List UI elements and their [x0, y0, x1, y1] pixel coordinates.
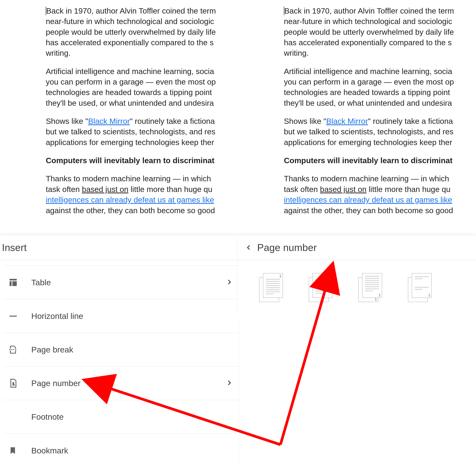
menu-item-table[interactable]: Table — [4, 266, 238, 299]
insert-menu-list: Table Horizontal line Page break 1 — [0, 266, 238, 467]
chevron-right-icon — [225, 278, 234, 287]
insert-menu-title: Insert — [2, 242, 27, 253]
doc-text: people would be utterly overwhelmed by d… — [46, 28, 216, 36]
document-preview-left: Back in 1970, author Alvin Toffler coine… — [0, 0, 238, 235]
menu-item-label: Horizontal line — [31, 312, 234, 321]
doc-text: applications for emerging technologies k… — [284, 138, 452, 147]
menu-spacer — [4, 260, 238, 266]
doc-text: task often — [46, 185, 82, 194]
menu-item-bookmark[interactable]: Bookmark — [4, 434, 238, 467]
doc-text: has accelerated exponentially compared t… — [284, 38, 452, 47]
ai-games-link[interactable]: intelligences can already defeat us at g… — [46, 195, 214, 204]
table-icon — [8, 278, 31, 287]
page-number-menu-header: Page number — [238, 235, 476, 260]
doc-text: based just on — [320, 185, 367, 194]
doc-text: writing. — [284, 49, 309, 57]
doc-text: near-future in which technological and s… — [284, 17, 452, 26]
back-button[interactable] — [240, 243, 257, 252]
menu-item-footnote[interactable]: Footnote — [4, 400, 238, 434]
doc-paragraph: Thanks to modern machine learning — in w… — [46, 174, 238, 216]
svg-rect-0 — [10, 316, 17, 317]
doc-text: Back in 1970, author Alvin Toffler coine… — [284, 6, 454, 15]
page-number-menu-title: Page number — [257, 242, 317, 253]
doc-paragraph: Thanks to modern machine learning — in w… — [284, 174, 476, 216]
bookmark-icon — [8, 446, 31, 455]
page-number-options: 1 2 1 — [238, 260, 476, 319]
menu-item-page-break[interactable]: Page break — [4, 333, 238, 367]
doc-paragraph: Artificial intelligence and machine lear… — [46, 66, 238, 108]
page-number-option-header-all[interactable]: 1 2 — [259, 277, 284, 302]
doc-paragraph: Artificial intelligence and machine lear… — [284, 66, 476, 108]
right-panel: Back in 1970, author Alvin Toffler coine… — [238, 0, 476, 475]
page-number-option-header-skip-first[interactable]: 1 — [309, 277, 334, 302]
svg-text:1: 1 — [12, 382, 15, 386]
doc-text: Thanks to modern machine learning — in w… — [46, 174, 211, 183]
doc-paragraph: Shows like "Black Mirror" routinely take… — [284, 116, 476, 148]
doc-text: against the other, they can both become … — [284, 206, 453, 215]
doc-paragraph: Back in 1970, author Alvin Toffler coine… — [284, 6, 476, 59]
doc-text: has accelerated exponentially compared t… — [46, 38, 214, 47]
horizontal-line-icon — [8, 311, 31, 321]
doc-text: Back in 1970, author Alvin Toffler coine… — [46, 6, 216, 15]
doc-text: but we talked to scientists, technologis… — [46, 127, 215, 136]
doc-text: people would be utterly overwhelmed by d… — [284, 28, 454, 36]
doc-text: against the other, they can both become … — [46, 206, 215, 215]
insert-menu-header: Insert — [0, 235, 238, 260]
doc-text: Artificial intelligence and machine lear… — [46, 67, 214, 76]
menu-item-label: Bookmark — [31, 446, 234, 455]
doc-heading: Computers will inevitably learn to discr… — [46, 155, 238, 166]
doc-bold-text: Computers will inevitably learn to discr… — [284, 156, 453, 165]
doc-text: task often — [284, 185, 320, 194]
doc-text: Thanks to modern machine learning — in w… — [284, 174, 449, 183]
menu-item-label: Footnote — [31, 412, 234, 422]
doc-text: Shows like " — [46, 117, 88, 125]
page-break-icon — [8, 345, 31, 354]
doc-text: " routinely take a fictiona — [130, 117, 215, 125]
doc-text: but we talked to scientists, technologis… — [284, 127, 454, 136]
black-mirror-link[interactable]: Black Mirror — [88, 117, 130, 125]
doc-text: you can perform in a garage — even the m… — [46, 77, 216, 86]
doc-text: they'll be used, or what unintended and … — [46, 99, 214, 107]
doc-text: little more than huge qu — [128, 185, 212, 194]
doc-text: near-future in which technological and s… — [46, 17, 214, 26]
doc-heading: Computers will inevitably learn to discr… — [284, 155, 476, 166]
page-number-menu: Page number 1 2 1 — [238, 235, 476, 319]
doc-text: Shows like " — [284, 117, 326, 125]
doc-text: based just on — [82, 185, 128, 194]
doc-paragraph: Shows like "Black Mirror" routinely take… — [46, 116, 238, 148]
chevron-right-icon — [225, 379, 234, 388]
doc-text: applications for emerging technologies k… — [46, 138, 214, 147]
document-preview-right: Back in 1970, author Alvin Toffler coine… — [238, 0, 476, 235]
doc-text: writing. — [46, 49, 71, 57]
ai-games-link[interactable]: intelligences can already defeat us at g… — [284, 195, 452, 204]
page-number-option-footer-skip-first[interactable]: 1 — [408, 277, 433, 302]
doc-text: Artificial intelligence and machine lear… — [284, 67, 452, 76]
doc-text: little more than huge qu — [367, 185, 450, 194]
black-mirror-link[interactable]: Black Mirror — [326, 117, 368, 125]
menu-item-horizontal-line[interactable]: Horizontal line — [4, 299, 238, 333]
doc-paragraph: Back in 1970, author Alvin Toffler coine… — [46, 6, 238, 59]
doc-text: technologies are headed towards a tippin… — [284, 88, 450, 97]
doc-text: they'll be used, or what unintended and … — [284, 99, 452, 107]
doc-bold-text: Computers will inevitably learn to discr… — [46, 156, 214, 165]
doc-text: technologies are headed towards a tippin… — [46, 88, 212, 97]
menu-item-label: Page number — [31, 379, 225, 388]
menu-item-page-number[interactable]: 1 Page number — [4, 367, 238, 400]
doc-text: you can perform in a garage — even the m… — [284, 77, 454, 86]
chevron-left-icon — [244, 243, 253, 252]
left-panel: Back in 1970, author Alvin Toffler coine… — [0, 0, 238, 475]
insert-menu: Insert Table Horizontal line — [0, 235, 238, 467]
page-number-icon: 1 — [8, 378, 31, 388]
page-number-option-footer-all[interactable]: 1 2 — [358, 277, 383, 302]
menu-item-label: Page break — [31, 345, 234, 354]
menu-item-label: Table — [31, 278, 225, 287]
doc-text: " routinely take a fictiona — [368, 117, 453, 125]
